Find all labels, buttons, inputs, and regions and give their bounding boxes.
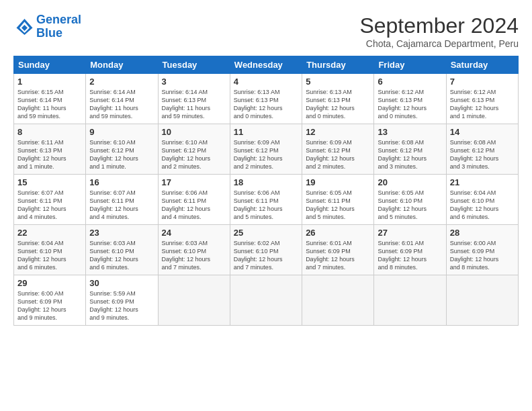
calendar-cell [374, 275, 446, 326]
calendar-title: September 2024 [359, 13, 519, 38]
header-monday: Monday [86, 56, 158, 74]
calendar-cell: 6Sunrise: 6:12 AM Sunset: 6:13 PM Daylig… [374, 74, 446, 124]
day-number: 29 [17, 278, 82, 288]
day-number: 16 [89, 177, 154, 187]
calendar-cell: 1Sunrise: 6:15 AM Sunset: 6:14 PM Daylig… [14, 74, 86, 124]
day-info: Sunrise: 6:06 AM Sunset: 6:11 PM Dayligh… [162, 189, 226, 222]
calendar-cell [446, 275, 518, 326]
day-number: 5 [306, 77, 370, 87]
day-number: 3 [162, 77, 226, 87]
day-info: Sunrise: 6:07 AM Sunset: 6:11 PM Dayligh… [17, 189, 82, 222]
calendar-cell: 10Sunrise: 6:10 AM Sunset: 6:12 PM Dayli… [158, 124, 230, 175]
day-info: Sunrise: 6:08 AM Sunset: 6:12 PM Dayligh… [378, 138, 442, 171]
day-number: 21 [450, 177, 515, 187]
day-number: 2 [89, 77, 154, 87]
week-row-5: 29Sunrise: 6:00 AM Sunset: 6:09 PM Dayli… [14, 275, 519, 326]
day-number: 7 [450, 77, 515, 87]
logo-line1: General [36, 13, 81, 26]
day-info: Sunrise: 6:13 AM Sunset: 6:13 PM Dayligh… [234, 88, 298, 121]
header-saturday: Saturday [446, 56, 518, 74]
calendar-cell: 17Sunrise: 6:06 AM Sunset: 6:11 PM Dayli… [158, 175, 230, 225]
day-number: 8 [17, 127, 82, 137]
header-tuesday: Tuesday [158, 56, 230, 74]
calendar-cell: 8Sunrise: 6:11 AM Sunset: 6:13 PM Daylig… [14, 124, 86, 175]
day-info: Sunrise: 6:01 AM Sunset: 6:09 PM Dayligh… [306, 239, 370, 272]
calendar-cell: 11Sunrise: 6:09 AM Sunset: 6:12 PM Dayli… [230, 124, 302, 175]
calendar-cell [158, 275, 230, 326]
week-row-2: 8Sunrise: 6:11 AM Sunset: 6:13 PM Daylig… [14, 124, 519, 175]
day-number: 10 [162, 127, 226, 137]
day-number: 26 [306, 228, 370, 238]
week-row-4: 22Sunrise: 6:04 AM Sunset: 6:10 PM Dayli… [14, 225, 519, 275]
day-info: Sunrise: 6:02 AM Sunset: 6:10 PM Dayligh… [234, 239, 298, 272]
day-number: 22 [17, 228, 82, 238]
day-number: 13 [378, 127, 442, 137]
header: General Blue September 2024 Chota, Cajam… [13, 13, 519, 49]
logo: General Blue [13, 13, 81, 40]
calendar-cell: 21Sunrise: 6:04 AM Sunset: 6:10 PM Dayli… [446, 175, 518, 225]
day-info: Sunrise: 6:15 AM Sunset: 6:14 PM Dayligh… [17, 88, 82, 121]
day-number: 25 [234, 228, 298, 238]
calendar-cell: 25Sunrise: 6:02 AM Sunset: 6:10 PM Dayli… [230, 225, 302, 275]
calendar-cell: 24Sunrise: 6:03 AM Sunset: 6:10 PM Dayli… [158, 225, 230, 275]
calendar-cell: 23Sunrise: 6:03 AM Sunset: 6:10 PM Dayli… [86, 225, 158, 275]
day-info: Sunrise: 6:05 AM Sunset: 6:10 PM Dayligh… [378, 189, 442, 222]
day-number: 18 [234, 177, 298, 187]
calendar-cell [230, 275, 302, 326]
day-number: 23 [89, 228, 154, 238]
day-number: 17 [162, 177, 226, 187]
calendar-cell [302, 275, 374, 326]
header-friday: Friday [374, 56, 446, 74]
calendar-cell: 20Sunrise: 6:05 AM Sunset: 6:10 PM Dayli… [374, 175, 446, 225]
day-info: Sunrise: 6:00 AM Sunset: 6:09 PM Dayligh… [450, 239, 515, 272]
calendar-table: SundayMondayTuesdayWednesdayThursdayFrid… [13, 56, 519, 326]
day-number: 15 [17, 177, 82, 187]
calendar-cell: 13Sunrise: 6:08 AM Sunset: 6:12 PM Dayli… [374, 124, 446, 175]
day-info: Sunrise: 5:59 AM Sunset: 6:09 PM Dayligh… [89, 289, 154, 322]
day-info: Sunrise: 6:14 AM Sunset: 6:13 PM Dayligh… [162, 88, 226, 121]
day-number: 6 [378, 77, 442, 87]
calendar-cell: 9Sunrise: 6:10 AM Sunset: 6:12 PM Daylig… [86, 124, 158, 175]
day-info: Sunrise: 6:10 AM Sunset: 6:12 PM Dayligh… [162, 138, 226, 171]
day-number: 4 [234, 77, 298, 87]
logo-icon [13, 17, 34, 37]
week-row-1: 1Sunrise: 6:15 AM Sunset: 6:14 PM Daylig… [14, 74, 519, 124]
calendar-cell: 26Sunrise: 6:01 AM Sunset: 6:09 PM Dayli… [302, 225, 374, 275]
calendar-cell: 16Sunrise: 6:07 AM Sunset: 6:11 PM Dayli… [86, 175, 158, 225]
day-info: Sunrise: 6:04 AM Sunset: 6:10 PM Dayligh… [450, 189, 515, 222]
calendar-cell: 22Sunrise: 6:04 AM Sunset: 6:10 PM Dayli… [14, 225, 86, 275]
day-info: Sunrise: 6:06 AM Sunset: 6:11 PM Dayligh… [234, 189, 298, 222]
day-info: Sunrise: 6:11 AM Sunset: 6:13 PM Dayligh… [17, 138, 82, 171]
page: General Blue September 2024 Chota, Cajam… [0, 0, 532, 411]
calendar-cell: 12Sunrise: 6:09 AM Sunset: 6:12 PM Dayli… [302, 124, 374, 175]
day-info: Sunrise: 6:14 AM Sunset: 6:14 PM Dayligh… [89, 88, 154, 121]
title-block: September 2024 Chota, Cajamarca Departme… [359, 13, 519, 49]
calendar-cell: 27Sunrise: 6:01 AM Sunset: 6:09 PM Dayli… [374, 225, 446, 275]
day-number: 28 [450, 228, 515, 238]
header-row: SundayMondayTuesdayWednesdayThursdayFrid… [14, 56, 519, 74]
calendar-cell: 4Sunrise: 6:13 AM Sunset: 6:13 PM Daylig… [230, 74, 302, 124]
week-row-3: 15Sunrise: 6:07 AM Sunset: 6:11 PM Dayli… [14, 175, 519, 225]
day-info: Sunrise: 6:03 AM Sunset: 6:10 PM Dayligh… [162, 239, 226, 272]
day-number: 12 [306, 127, 370, 137]
day-info: Sunrise: 6:03 AM Sunset: 6:10 PM Dayligh… [89, 239, 154, 272]
day-number: 30 [89, 278, 154, 288]
calendar-cell: 14Sunrise: 6:08 AM Sunset: 6:12 PM Dayli… [446, 124, 518, 175]
calendar-cell: 28Sunrise: 6:00 AM Sunset: 6:09 PM Dayli… [446, 225, 518, 275]
header-sunday: Sunday [14, 56, 86, 74]
calendar-cell: 3Sunrise: 6:14 AM Sunset: 6:13 PM Daylig… [158, 74, 230, 124]
logo-line2: Blue [36, 26, 62, 40]
day-info: Sunrise: 6:01 AM Sunset: 6:09 PM Dayligh… [378, 239, 442, 272]
day-info: Sunrise: 6:12 AM Sunset: 6:13 PM Dayligh… [450, 88, 515, 121]
header-thursday: Thursday [302, 56, 374, 74]
header-wednesday: Wednesday [230, 56, 302, 74]
day-number: 9 [89, 127, 154, 137]
day-info: Sunrise: 6:10 AM Sunset: 6:12 PM Dayligh… [89, 138, 154, 171]
day-info: Sunrise: 6:08 AM Sunset: 6:12 PM Dayligh… [450, 138, 515, 171]
calendar-cell: 15Sunrise: 6:07 AM Sunset: 6:11 PM Dayli… [14, 175, 86, 225]
day-info: Sunrise: 6:05 AM Sunset: 6:11 PM Dayligh… [306, 189, 370, 222]
day-info: Sunrise: 6:09 AM Sunset: 6:12 PM Dayligh… [234, 138, 298, 171]
calendar-subtitle: Chota, Cajamarca Department, Peru [359, 38, 519, 49]
day-info: Sunrise: 6:07 AM Sunset: 6:11 PM Dayligh… [89, 189, 154, 222]
day-info: Sunrise: 6:04 AM Sunset: 6:10 PM Dayligh… [17, 239, 82, 272]
